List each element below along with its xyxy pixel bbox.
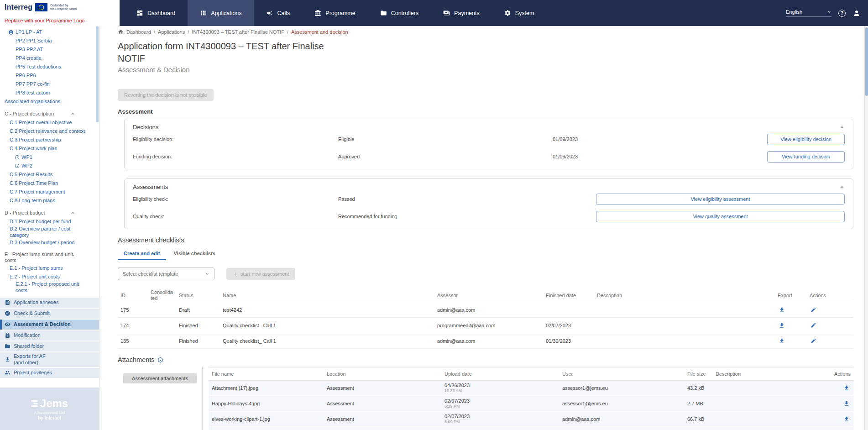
nav-controllers[interactable]: Controllers (368, 0, 431, 26)
sidebar-section-c-header[interactable]: C - Project description (0, 110, 99, 118)
view-funding-decision-button[interactable]: View funding decision (767, 151, 845, 163)
sidebar-item-c3[interactable]: C.3 Project partnership (0, 136, 99, 144)
language-select[interactable]: English (786, 9, 831, 17)
sidebar-item-assessment-and-decision[interactable]: Assessment & Decision (0, 320, 99, 330)
checklist-status: Finished (176, 323, 220, 328)
sidebar-item-label: WP1 (21, 154, 32, 161)
sidebar-item-c5[interactable]: C.5 Project Results (0, 170, 99, 179)
attachment-row[interactable]: Happy-Holidays-4.jpg Assessment 02/07/20… (209, 396, 853, 412)
download-attachment-button[interactable] (842, 384, 851, 392)
checklist-row[interactable]: 135 Finished Quality checklist_ Call 1 a… (118, 333, 853, 349)
tree-node-assessment-attachments[interactable]: Assessment attachments (123, 373, 197, 383)
nav-payments[interactable]: Payments (431, 0, 492, 26)
sidebar-item-c6[interactable]: C.6 Project Time Plan (0, 179, 99, 188)
checklist-row[interactable]: 174 Finished Quality checklist_ Call 1 p… (118, 318, 853, 333)
page-scrollbar[interactable] (864, 26, 868, 430)
jems-brand: Jems (40, 397, 68, 410)
sidebar-item-d1[interactable]: D.1 Project budget per fund (0, 217, 99, 226)
nav-system[interactable]: System (492, 0, 547, 26)
download-icon (5, 357, 10, 362)
eye-icon (5, 321, 10, 327)
folder-icon (5, 343, 10, 349)
sidebar-item-wp2[interactable]: WP2 (0, 162, 99, 170)
sidebar-item-partner-pp5[interactable]: PP5 Test deductions (0, 63, 99, 71)
sidebar-item-partner-pp3[interactable]: PP3 PP2 AT (0, 45, 99, 54)
sidebar-item-e2[interactable]: E.2 - Project unit costs (0, 273, 99, 281)
sidebar-item-c8[interactable]: C.8 Long-term plans (0, 196, 99, 205)
export-checklist-button[interactable] (778, 337, 786, 345)
sidebar-scrollbar[interactable] (96, 26, 99, 122)
export-checklist-button[interactable] (778, 321, 786, 330)
export-checklist-button[interactable] (778, 306, 786, 314)
sidebar-item-partner-pp7[interactable]: PP7 PP7 co-fin (0, 80, 99, 89)
sidebar-item-application-annexes[interactable]: Application annexes (0, 298, 99, 308)
sidebar-item-partner-pp6[interactable]: PP6 PP6 (0, 71, 99, 80)
nav-calls[interactable]: Calls (254, 0, 303, 26)
sidebar-item-project-privileges[interactable]: Project privileges (0, 368, 99, 378)
nav-programme[interactable]: Programme (302, 0, 367, 26)
quality-check-value: Recommended for funding (338, 214, 596, 219)
tab-create-and-edit[interactable]: Create and edit (118, 246, 166, 260)
sidebar-item-shared-folder[interactable]: Shared folder (0, 341, 99, 351)
jems-logo: Jems (31, 397, 68, 410)
view-quality-assessment-button[interactable]: View quality assessment (596, 211, 845, 222)
help-icon[interactable]: ? (838, 10, 846, 17)
download-attachment-button[interactable] (842, 415, 851, 423)
attachment-upload-date: 04/26/2023 (444, 383, 557, 388)
edit-checklist-button[interactable] (810, 321, 817, 329)
sidebar-section-d-header[interactable]: D - Project budget (0, 209, 99, 217)
sidebar-item-check-and-submit[interactable]: Check & Submit (0, 309, 99, 319)
sidebar-item-partner-lp1[interactable]: LP1 LP - AT (0, 28, 99, 37)
col-file-size: File size (685, 371, 713, 377)
sidebar-item-d3[interactable]: D.3 Overview budget / period (0, 239, 99, 247)
view-eligibility-assessment-button[interactable]: View eligibility assessment (596, 194, 845, 205)
sidebar-item-partner-pp2[interactable]: PP2 PP1 Serbia (0, 37, 99, 45)
edit-checklist-button[interactable] (810, 337, 817, 345)
sidebar-item-c2[interactable]: C.2 Project relevance and context (0, 127, 99, 136)
eligibility-check-row: Eligibility check: Passed View eligibili… (133, 190, 845, 208)
lock-icon (5, 332, 10, 338)
eu-flag-icon (35, 3, 47, 11)
sidebar-item-partner-pp4[interactable]: PP4 croatia (0, 54, 99, 63)
sidebar-item-c4[interactable]: C.4 Project work plan (0, 144, 99, 153)
decisions-card: Decisions Eligibility decision: Eligible… (124, 119, 853, 169)
checklist-row[interactable]: 175 Draft test4242 admin@aaa.com (118, 302, 853, 318)
download-attachment-button[interactable] (842, 399, 851, 408)
page-scrollbar-thumb[interactable] (865, 27, 868, 96)
attachment-row[interactable]: Attachment (17).jpeg Assessment 04/26/20… (209, 381, 853, 396)
checklist-status: Draft (176, 307, 220, 313)
assessment-heading: Assessment (118, 108, 853, 115)
sidebar-item-wp1[interactable]: WP1 (0, 153, 99, 162)
sidebar-item-modification[interactable]: Modification (0, 330, 99, 341)
sidebar-item-partner-pp8[interactable]: PP8 test autom (0, 89, 99, 97)
tab-visible-checklists[interactable]: Visible checklists (167, 246, 221, 260)
collapse-assessments-button[interactable] (839, 184, 845, 190)
decisions-card-title: Decisions (133, 124, 158, 131)
sidebar-item-e21[interactable]: E.2.1 - Project proposed unit costs (0, 281, 99, 294)
user-account-icon[interactable] (852, 9, 861, 17)
breadcrumb-applications[interactable]: Applications (158, 29, 185, 35)
edit-checklist-button[interactable] (810, 306, 817, 314)
sidebar-section-e-header[interactable]: E - Project lump sums and unit costs (0, 252, 99, 264)
sidebar-item-associated-organisations[interactable]: Associated organisations (0, 97, 99, 106)
attachment-row[interactable]: elves-working-clipart-1.jpg Assessment 0… (209, 412, 853, 427)
view-eligibility-decision-button[interactable]: View eligibility decision (767, 134, 845, 145)
sidebar-item-c7[interactable]: C.7 Project management (0, 188, 99, 196)
breadcrumb-dashboard[interactable]: Dashboard (126, 29, 151, 35)
checklist-assessor: admin@aaa.com (434, 338, 543, 344)
attachment-row-partial[interactable]: 02/07/2023 (209, 427, 853, 430)
attachment-user: assessor1@jems.eu (559, 401, 685, 406)
home-icon[interactable] (118, 29, 124, 35)
checklist-assessor: admin@aaa.com (434, 307, 543, 313)
sidebar-item-c1[interactable]: C.1 Project overall objective (0, 118, 99, 127)
sidebar-item-exports[interactable]: Exports for AF (and other) (0, 352, 99, 367)
info-icon[interactable] (157, 357, 163, 363)
nav-dashboard[interactable]: Dashboard (124, 0, 188, 26)
sidebar-item-d2[interactable]: D.2 Overview partner / cost category (0, 226, 99, 239)
breadcrumb-project[interactable]: INT4300093 – TEST after Finalise NOTIF (192, 29, 284, 35)
checklist-template-select[interactable]: Select checklist template (118, 267, 214, 280)
nav-applications[interactable]: Applications (188, 0, 254, 26)
sidebar-item-e1[interactable]: E.1 - Project lump sums (0, 264, 99, 273)
sidebar-item-label: Project privileges (14, 370, 52, 376)
collapse-decisions-button[interactable] (839, 125, 845, 130)
